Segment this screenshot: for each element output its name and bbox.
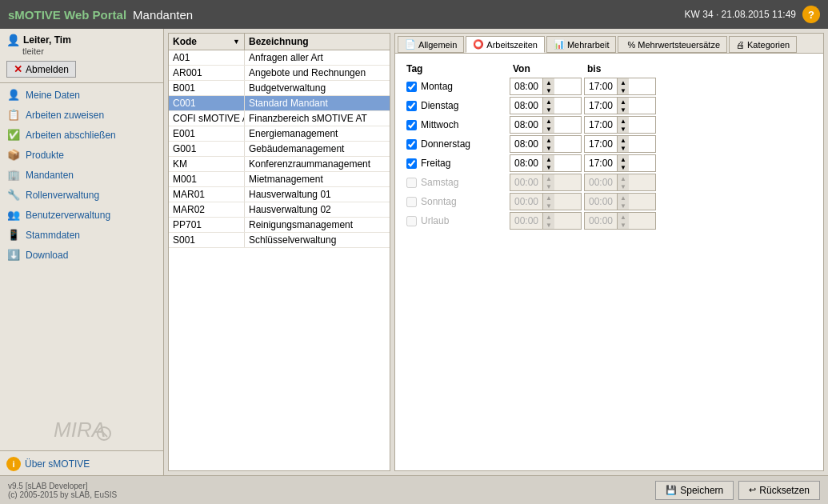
bis-up-mittwoch[interactable]: ▲ (618, 117, 629, 125)
checkbox-sonntag[interactable] (406, 197, 417, 207)
time-bis-donnerstag[interactable]: ▲ ▼ (584, 135, 656, 153)
checkbox-freitag[interactable] (406, 158, 417, 169)
reset-button[interactable]: ↩ Rücksetzen (738, 481, 820, 500)
time-bis-freitag[interactable]: ▲ ▼ (584, 154, 656, 172)
table-row[interactable]: E001 Energiemanagement (169, 126, 390, 142)
checkbox-urlaub[interactable] (406, 216, 417, 226)
tab-arbeitszeiten[interactable]: ⭕ Arbeitszeiten (466, 36, 545, 53)
about-smotive[interactable]: i Über sMOTIVE (0, 453, 163, 475)
table-row[interactable]: B001 Budgetverwaltung (169, 81, 390, 96)
time-von-donnerstag[interactable]: ▲ ▼ (510, 135, 582, 153)
table-row[interactable]: AR001 Angebote und Rechnungen (169, 66, 390, 81)
table-row[interactable]: MAR02 Hausverwaltung 02 (169, 202, 390, 218)
checkbox-dienstag[interactable] (406, 101, 417, 111)
von-dn-freitag[interactable]: ▼ (543, 163, 554, 171)
tab-label-mehrwertsteuersatze: % Mehrwertsteuersätze (627, 40, 720, 50)
checkbox-mittwoch[interactable] (406, 120, 417, 130)
table-row[interactable]: MAR01 Hausverwaltung 01 (169, 187, 390, 202)
table-row[interactable]: M001 Mietmanagement (169, 172, 390, 187)
bis-dn-montag[interactable]: ▼ (618, 86, 629, 94)
day-check-donnerstag[interactable]: Donnerstag (403, 137, 507, 151)
von-input-freitag[interactable] (510, 157, 542, 170)
time-bis-dienstag[interactable]: ▲ ▼ (584, 97, 656, 114)
sidebar-item-rollenverwaltung[interactable]: 🔧 Rollenverwaltung (0, 185, 163, 205)
von-dn-montag[interactable]: ▼ (543, 86, 554, 94)
von-input-montag[interactable] (510, 80, 542, 93)
bis-up-dienstag[interactable]: ▲ (618, 98, 629, 106)
tab-allgemein[interactable]: 📄 Allgemein (398, 36, 464, 53)
von-dn-mittwoch[interactable]: ▼ (543, 125, 554, 133)
tab-mehrarbeit[interactable]: 📊 Mehrarbeit (546, 36, 617, 53)
col-kode-header[interactable]: Kode ▼ (169, 34, 245, 50)
bis-dn-freitag[interactable]: ▼ (618, 163, 629, 171)
bis-dn-mittwoch[interactable]: ▼ (618, 125, 629, 133)
cell-kode: A01 (169, 50, 245, 65)
table-row[interactable]: KM Konferenzraummanagement (169, 157, 390, 172)
table-row[interactable]: G001 Gebäudemanagement (169, 142, 390, 157)
day-check-montag[interactable]: Montag (403, 79, 507, 94)
sidebar-item-arbeiten-zuweisen[interactable]: 📋 Arbeiten zuweisen (0, 105, 163, 125)
time-bis-montag[interactable]: ▲ ▼ (584, 78, 656, 95)
von-up-freitag[interactable]: ▲ (543, 155, 554, 163)
version-text: v9.5 [sLAB Developer] (8, 482, 117, 490)
von-dn-sonntag: ▼ (543, 202, 554, 210)
sidebar-item-mandanten[interactable]: 🏢 Mandanten (0, 165, 163, 185)
bis-dn-dienstag[interactable]: ▼ (618, 106, 629, 114)
von-up-dienstag[interactable]: ▲ (543, 98, 554, 106)
bis-input-urlaub (585, 214, 617, 227)
cell-bezeichnung: Budgetverwaltung (245, 81, 390, 95)
time-bis-mittwoch[interactable]: ▲ ▼ (584, 116, 656, 134)
von-input-dienstag[interactable] (510, 99, 542, 112)
logout-button[interactable]: ✕ Abmelden (6, 61, 76, 78)
table-row[interactable]: COFI sMOTIVE AT Finanzbereich sMOTIVE AT (169, 111, 390, 126)
checkbox-donnerstag[interactable] (406, 139, 417, 150)
tab-kategorien[interactable]: 🖨 Kategorien (729, 36, 797, 53)
time-von-montag[interactable]: ▲ ▼ (510, 78, 582, 95)
bis-up-montag[interactable]: ▲ (618, 78, 629, 86)
von-dn-donnerstag[interactable]: ▼ (543, 144, 554, 152)
sidebar-item-download[interactable]: ⬇️ Download (0, 245, 163, 265)
sidebar-item-produkte[interactable]: 📦 Produkte (0, 145, 163, 165)
bis-up-donnerstag[interactable]: ▲ (618, 136, 629, 144)
time-von-mittwoch[interactable]: ▲ ▼ (510, 116, 582, 134)
sidebar-item-benutzerverwaltung[interactable]: 👥 Benutzerverwaltung (0, 205, 163, 225)
day-check-sonntag[interactable]: Sonntag (403, 194, 507, 209)
day-check-samstag[interactable]: Samstag (403, 175, 507, 190)
day-check-freitag[interactable]: Freitag (403, 156, 507, 170)
von-input-donnerstag[interactable] (510, 138, 542, 150)
table-row[interactable]: S001 Schlüsselverwaltung (169, 233, 390, 248)
bis-input-dienstag[interactable] (585, 99, 617, 112)
time-von-freitag[interactable]: ▲ ▼ (510, 154, 582, 172)
bis-dn-donnerstag[interactable]: ▼ (618, 144, 629, 152)
sidebar-item-stammdaten[interactable]: 📱 Stammdaten (0, 225, 163, 245)
table-row[interactable]: C001 Standard Mandant (169, 96, 390, 111)
table-row[interactable]: A01 Anfragen aller Art (169, 50, 390, 66)
von-up-montag[interactable]: ▲ (543, 78, 554, 86)
app-title: sMOTIVE Web Portal (8, 8, 126, 22)
about-icon: i (6, 457, 21, 471)
von-up-mittwoch[interactable]: ▲ (543, 117, 554, 125)
table-row[interactable]: PP701 Reinigungsmanagement (169, 218, 390, 233)
bis-input-mittwoch[interactable] (585, 118, 617, 131)
tab-mehrwertsteuersatze[interactable]: % Mehrwertsteuersätze (618, 36, 727, 53)
sidebar-item-arbeiten-abschliessen[interactable]: ✅ Arbeiten abschließen (0, 125, 163, 145)
bis-input-freitag[interactable] (585, 157, 617, 170)
checkbox-montag[interactable] (406, 82, 417, 92)
day-check-urlaub[interactable]: Urlaub (403, 214, 507, 228)
day-check-mittwoch[interactable]: Mittwoch (403, 118, 507, 132)
time-von-dienstag[interactable]: ▲ ▼ (510, 97, 582, 114)
cell-kode: AR001 (169, 66, 245, 80)
nav-label-benutzerverwaltung: Benutzerverwaltung (26, 210, 110, 221)
von-up-donnerstag[interactable]: ▲ (543, 136, 554, 144)
bis-input-donnerstag[interactable] (585, 138, 617, 150)
checkbox-samstag[interactable] (406, 178, 417, 188)
day-check-dienstag[interactable]: Dienstag (403, 98, 507, 113)
von-input-mittwoch[interactable] (510, 118, 542, 131)
von-dn-dienstag[interactable]: ▼ (543, 106, 554, 114)
help-button[interactable]: ? (802, 6, 820, 23)
save-button[interactable]: 💾 Speichern (655, 481, 734, 500)
sidebar-item-meine-daten[interactable]: 👤 Meine Daten (0, 85, 163, 105)
nav-icon-rollenverwaltung: 🔧 (6, 189, 21, 201)
bis-up-freitag[interactable]: ▲ (618, 155, 629, 163)
bis-input-montag[interactable] (585, 80, 617, 93)
